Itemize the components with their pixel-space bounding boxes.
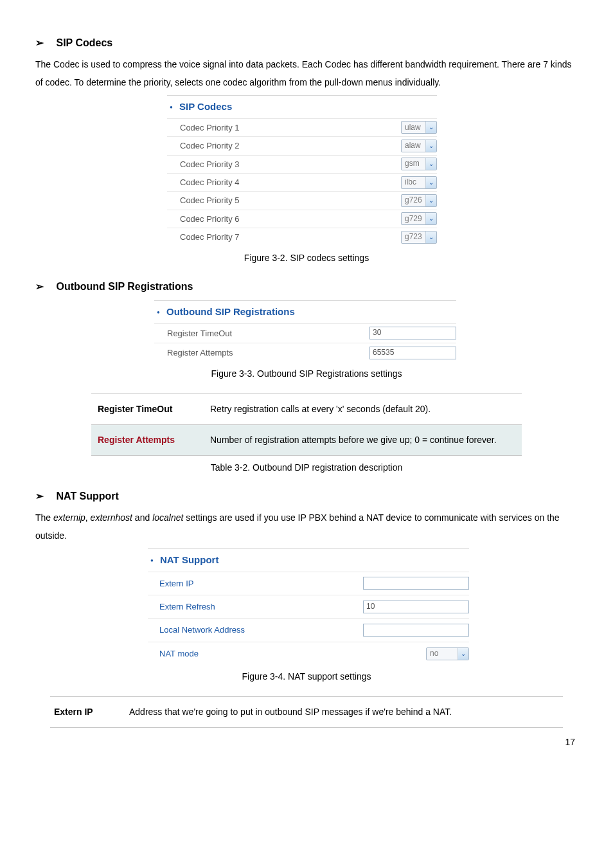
bullet-dot-icon: ● [157,309,160,315]
outbound-widget: ● Outbound SIP Registrations Register Ti… [154,300,456,363]
nat-support-widget: ● NAT Support Extern IP Extern Refresh 1… [148,548,469,665]
codec-label: Codec Priority 3 [180,157,401,172]
codec-row: Codec Priority 5 g726 ⌄ [167,191,437,209]
widget-title-row: ● NAT Support [148,548,469,572]
select-value: g729 [402,212,425,226]
chevron-down-icon: ⌄ [425,213,436,224]
codec-label: Codec Priority 7 [180,230,401,244]
select-value: ilbc [402,176,425,190]
row-label: Register TimeOut [167,326,369,341]
figure-caption: Figure 3-3. Outbound SIP Registrations s… [35,366,578,382]
codec-select[interactable]: gsm ⌄ [401,158,437,170]
body-italic: externip [53,512,85,523]
codec-select[interactable]: g723 ⌄ [401,231,437,244]
select-value: gsm [402,157,425,171]
body-italic: externhost [91,512,132,523]
codec-row: Codec Priority 4 ilbc ⌄ [167,173,437,191]
row-desc: Retry registration calls at every 'x' se… [204,394,522,425]
row-label: Extern IP [159,576,363,591]
row-name: Register Attempts [91,425,204,456]
select-value: alaw [402,139,425,153]
heading-text: Outbound SIP Registrations [56,281,193,292]
row-label: Extern Refresh [159,599,363,614]
codec-select[interactable]: g729 ⌄ [401,212,437,225]
input-value: 10 [366,600,375,614]
nat-mode-row: NAT mode no ⌄ [148,642,469,665]
extern-ip-table: Extern IP Address that we're going to pu… [50,696,563,728]
body-fragment: The [35,512,53,523]
codec-label: Codec Priority 2 [180,138,401,153]
codec-select[interactable]: ulaw ⌄ [401,121,437,134]
section-body: The externip, externhost and localnet se… [35,509,578,545]
widget-title: NAT Support [160,554,218,565]
codec-select[interactable]: g726 ⌄ [401,194,437,207]
outbound-description-table: Register TimeOut Retry registration call… [91,393,522,455]
chevron-down-icon: ⌄ [425,177,436,188]
chevron-down-icon: ⌄ [425,158,436,170]
widget-title-row: ● Outbound SIP Registrations [154,300,456,323]
extern-refresh-row: Extern Refresh 10 [148,595,469,618]
input-value: 65535 [373,346,394,360]
codec-label: Codec Priority 1 [180,120,401,135]
figure-caption: Figure 3-4. NAT support settings [35,669,578,685]
table-row: Register Attempts Number of registration… [91,425,522,456]
select-value: g723 [402,230,425,244]
codec-row: Codec Priority 7 g723 ⌄ [167,228,437,246]
bullet-dot-icon: ● [150,557,154,563]
select-value: ulaw [402,121,425,135]
extern-refresh-input[interactable]: 10 [363,601,469,613]
section-heading-sip-codecs: ➢ SIP Codecs [35,34,578,53]
row-name: Extern IP [50,697,125,728]
codec-select[interactable]: ilbc ⌄ [401,176,437,189]
row-label: Register Attempts [167,345,369,360]
extern-ip-row: Extern IP [148,572,469,595]
codec-row: Codec Priority 1 ulaw ⌄ [167,118,437,136]
table-caption: Table 3-2. Outbound DIP registration des… [35,460,578,476]
heading-text: SIP Codecs [56,37,112,48]
section-body: The Codec is used to compress the voice … [35,55,578,91]
table-row: Extern IP Address that we're going to pu… [50,697,563,728]
register-timeout-row: Register TimeOut 30 [154,323,456,343]
row-name: Register TimeOut [91,394,204,425]
widget-title: Outbound SIP Registrations [166,306,295,317]
chevron-down-icon: ⌄ [425,195,436,206]
bullet-dot-icon: ● [170,104,173,110]
extern-ip-input[interactable] [363,577,469,590]
select-value: no [427,647,458,661]
figure-caption: Figure 3-2. SIP codecs settings [35,250,578,266]
codec-label: Codec Priority 4 [180,175,401,190]
codec-label: Codec Priority 6 [180,212,401,226]
bullet-chevron-icon: ➢ [35,487,53,506]
chevron-down-icon: ⌄ [425,231,436,243]
chevron-down-icon: ⌄ [425,140,436,152]
nat-mode-select[interactable]: no ⌄ [426,647,469,660]
body-fragment: , [85,512,91,523]
section-heading-nat: ➢ NAT Support [35,487,578,506]
codec-label: Codec Priority 5 [180,193,401,208]
chevron-down-icon: ⌄ [458,648,468,660]
local-network-row: Local Network Address [148,618,469,641]
select-value: g726 [402,194,425,208]
row-desc: Address that we're going to put in outbo… [125,697,563,728]
row-label: Local Network Address [159,622,363,637]
codec-row: Codec Priority 3 gsm ⌄ [167,155,437,173]
table-row: Register TimeOut Retry registration call… [91,394,522,425]
section-heading-outbound: ➢ Outbound SIP Registrations [35,278,578,296]
heading-text: NAT Support [56,491,118,502]
register-timeout-input[interactable]: 30 [369,327,456,339]
chevron-down-icon: ⌄ [425,122,436,133]
row-label: NAT mode [159,646,426,661]
bullet-chevron-icon: ➢ [35,34,53,53]
register-attempts-row: Register Attempts 65535 [154,343,456,362]
body-fragment: and [132,512,152,523]
local-network-input[interactable] [363,624,469,637]
page-number: 17 [35,734,578,750]
register-attempts-input[interactable]: 65535 [369,347,456,359]
codec-select[interactable]: alaw ⌄ [401,140,437,152]
widget-title-row: ● SIP Codecs [167,95,437,118]
codec-row: Codec Priority 6 g729 ⌄ [167,210,437,228]
sip-codecs-widget: ● SIP Codecs Codec Priority 1 ulaw ⌄ Cod… [167,95,437,246]
input-value: 30 [373,326,381,340]
codec-row: Codec Priority 2 alaw ⌄ [167,136,437,154]
widget-title: SIP Codecs [179,101,232,112]
